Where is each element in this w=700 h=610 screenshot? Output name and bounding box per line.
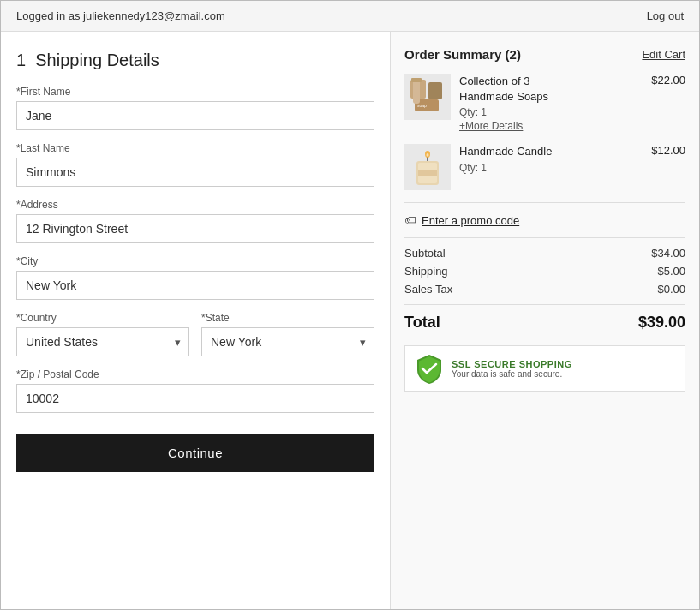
order-summary-header: Order Summary (2) Edit Cart <box>404 47 685 62</box>
item-1-row: Collection of 3Handmade Soaps Qty: 1 +Mo… <box>459 74 685 132</box>
country-label: *Country <box>16 312 189 324</box>
tax-label: Sales Tax <box>404 283 452 296</box>
state-label: *State <box>201 312 374 324</box>
shipping-value: $5.00 <box>657 265 685 278</box>
promo-link[interactable]: Enter a promo code <box>422 214 519 227</box>
first-name-input[interactable] <box>16 101 374 130</box>
left-panel: 1 Shipping Details *First Name *Last Nam… <box>1 32 391 609</box>
item-2-price: $12.00 <box>651 144 685 157</box>
ssl-shield-icon <box>414 353 445 384</box>
item-1-more[interactable]: +More Details <box>459 120 651 132</box>
city-label: *City <box>16 255 374 267</box>
ssl-badge: SSL SECURE SHOPPING Your data is safe an… <box>404 345 685 392</box>
ssl-text: SSL SECURE SHOPPING Your data is safe an… <box>452 359 572 379</box>
main-content: 1 Shipping Details *First Name *Last Nam… <box>1 32 699 609</box>
divider-1 <box>404 202 685 203</box>
order-summary-title: Order Summary (2) <box>404 47 521 62</box>
svg-text:soap: soap <box>417 103 427 108</box>
item-2-row: Handmade Candle Qty: 1 $12.00 <box>459 144 685 173</box>
address-group: *Address <box>16 199 374 243</box>
order-item-1: soap Collection of 3Handmade Soaps Qty: … <box>404 74 685 132</box>
item-1-price: $22.00 <box>651 74 685 87</box>
country-select[interactable]: United States Canada United Kingdom Aust… <box>16 327 189 356</box>
shipping-row: Shipping $5.00 <box>404 265 685 278</box>
zip-group: *Zip / Postal Code <box>16 368 374 413</box>
first-name-group: *First Name <box>16 86 374 130</box>
last-name-input[interactable] <box>16 158 374 187</box>
country-select-wrapper: United States Canada United Kingdom Aust… <box>16 327 189 356</box>
city-group: *City <box>16 255 374 300</box>
order-item-2: Handmade Candle Qty: 1 $12.00 <box>404 144 685 190</box>
total-value: $39.00 <box>638 314 685 332</box>
item-2-qty: Qty: 1 <box>459 162 651 174</box>
item-1-qty: Qty: 1 <box>459 106 651 118</box>
page-container: Logged in as juliekennedy123@zmail.com L… <box>0 0 700 610</box>
state-group: *State New York California Texas Florida… <box>201 312 374 356</box>
right-panel: Order Summary (2) Edit Cart soap <box>391 32 699 609</box>
item-1-image: soap <box>404 74 451 120</box>
section-heading: Shipping Details <box>35 51 159 69</box>
address-label: *Address <box>16 199 374 211</box>
svg-rect-5 <box>411 78 422 82</box>
ssl-subtitle: Your data is safe and secure. <box>452 369 572 379</box>
item-1-name: Collection of 3Handmade Soaps <box>459 74 651 105</box>
state-select[interactable]: New York California Texas Florida Illino… <box>201 327 374 356</box>
logout-link[interactable]: Log out <box>647 9 684 22</box>
item-2-image <box>404 144 451 190</box>
top-bar: Logged in as juliekennedy123@zmail.com L… <box>1 1 699 32</box>
item-2-info: Handmade Candle Qty: 1 <box>459 144 651 173</box>
divider-3 <box>404 304 685 305</box>
zip-label: *Zip / Postal Code <box>16 368 374 380</box>
state-select-wrapper: New York California Texas Florida Illino… <box>201 327 374 356</box>
address-input[interactable] <box>16 214 374 243</box>
edit-cart-link[interactable]: Edit Cart <box>642 48 685 61</box>
item-1-info: Collection of 3Handmade Soaps Qty: 1 +Mo… <box>459 74 651 132</box>
total-label: Total <box>404 314 440 332</box>
svg-rect-1 <box>428 82 442 99</box>
promo-icon: 🏷 <box>404 213 416 227</box>
first-name-label: *First Name <box>16 86 374 98</box>
subtotal-label: Subtotal <box>404 247 446 260</box>
svg-point-11 <box>427 153 429 157</box>
shipping-label: Shipping <box>404 265 448 278</box>
step-number: 1 <box>16 51 26 69</box>
section-title: 1 Shipping Details <box>16 51 374 70</box>
total-row: Total $39.00 <box>404 314 685 332</box>
item-2-name: Handmade Candle <box>459 144 651 159</box>
country-group: *Country United States Canada United Kin… <box>16 312 189 356</box>
country-state-row: *Country United States Canada United Kin… <box>16 312 374 368</box>
subtotal-value: $34.00 <box>651 247 685 260</box>
tax-value: $0.00 <box>657 283 685 296</box>
city-input[interactable] <box>16 271 374 300</box>
divider-2 <box>404 237 685 238</box>
tax-row: Sales Tax $0.00 <box>404 283 685 296</box>
subtotal-row: Subtotal $34.00 <box>404 247 685 260</box>
ssl-title: SSL SECURE SHOPPING <box>452 359 572 369</box>
logged-in-text: Logged in as juliekennedy123@zmail.com <box>16 9 225 22</box>
continue-button[interactable]: Continue <box>16 434 374 472</box>
svg-rect-8 <box>418 170 437 176</box>
zip-input[interactable] <box>16 384 374 413</box>
last-name-label: *Last Name <box>16 142 374 154</box>
last-name-group: *Last Name <box>16 142 374 187</box>
promo-section: 🏷 Enter a promo code <box>404 213 685 227</box>
